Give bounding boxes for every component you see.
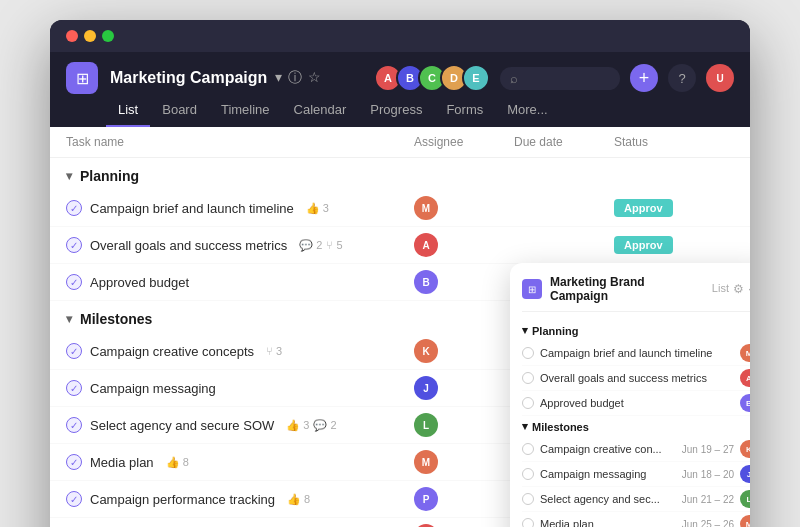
dropdown-icon[interactable]: ▾ bbox=[275, 69, 282, 87]
sp-section-planning[interactable]: ▾ Planning bbox=[522, 320, 750, 341]
section-milestones-label: Milestones bbox=[80, 311, 152, 327]
search-icon: ⌕ bbox=[510, 71, 518, 86]
task-name-cell: ✓ Campaign brief and launch timeline 👍 3 bbox=[66, 200, 414, 216]
sp-task-row[interactable]: Campaign messaging Jun 18 – 20 J bbox=[522, 462, 750, 487]
side-panel-title: Marketing Brand Campaign bbox=[550, 275, 704, 303]
close-dot[interactable] bbox=[66, 30, 78, 42]
side-panel-icon: ⊞ bbox=[522, 279, 542, 299]
table-row[interactable]: ✓ Campaign brief and launch timeline 👍 3… bbox=[50, 190, 750, 227]
task-name: Select agency and secure SOW bbox=[90, 418, 274, 433]
tab-board[interactable]: Board bbox=[150, 94, 209, 127]
col-due-date: Due date bbox=[514, 135, 614, 149]
sp-avatar: J bbox=[740, 465, 750, 483]
chevron-sp-milestones: ▾ bbox=[522, 420, 528, 433]
maximize-dot[interactable] bbox=[102, 30, 114, 42]
col-assignee: Assignee bbox=[414, 135, 514, 149]
project-name: Marketing Campaign bbox=[110, 69, 267, 87]
more-icon[interactable]: ··· bbox=[748, 282, 750, 296]
sp-date: Jun 18 – 20 bbox=[682, 469, 734, 480]
check-icon[interactable]: ✓ bbox=[66, 454, 82, 470]
assignee-avatar: K bbox=[414, 339, 438, 363]
sp-task-row[interactable]: Media plan Jun 25 – 26 M bbox=[522, 512, 750, 527]
chevron-planning: ▾ bbox=[66, 169, 72, 183]
table-row[interactable]: ✓ Overall goals and success metrics 💬 2 … bbox=[50, 227, 750, 264]
chevron-milestones: ▾ bbox=[66, 312, 72, 326]
sp-date: Jun 25 – 26 bbox=[682, 519, 734, 528]
assignee-avatar: M bbox=[414, 450, 438, 474]
task-name-cell: ✓ Media plan 👍 8 bbox=[66, 454, 414, 470]
sp-task-row[interactable]: Campaign creative con... Jun 19 – 27 K bbox=[522, 437, 750, 462]
sp-check bbox=[522, 347, 534, 359]
sp-milestones-label: Milestones bbox=[532, 421, 589, 433]
app-header: ⊞ Marketing Campaign ▾ ⓘ ☆ A B C D E ⌕ +… bbox=[50, 52, 750, 94]
col-task-name: Task name bbox=[66, 135, 414, 149]
sp-section-milestones[interactable]: ▾ Milestones bbox=[522, 416, 750, 437]
sp-task-row[interactable]: Approved budget B bbox=[522, 391, 750, 416]
check-icon[interactable]: ✓ bbox=[66, 274, 82, 290]
assignee-avatar: B bbox=[414, 270, 438, 294]
tab-timeline[interactable]: Timeline bbox=[209, 94, 282, 127]
header-title-area: Marketing Campaign ▾ ⓘ ☆ bbox=[110, 69, 362, 87]
assignee-avatar: A bbox=[414, 233, 438, 257]
assignee-cell: L bbox=[414, 413, 514, 437]
user-avatar[interactable]: U bbox=[706, 64, 734, 92]
like-count: 👍 8 bbox=[287, 493, 310, 506]
assignee-avatar: M bbox=[414, 196, 438, 220]
comment-count: 💬 2 bbox=[299, 239, 322, 252]
check-icon[interactable]: ✓ bbox=[66, 491, 82, 507]
sp-task-name: Media plan bbox=[540, 518, 676, 527]
chevron-sp-planning: ▾ bbox=[522, 324, 528, 337]
sp-check bbox=[522, 493, 534, 505]
assignee-cell: M bbox=[414, 196, 514, 220]
task-name-cell: ✓ Campaign performance tracking 👍 8 bbox=[66, 491, 414, 507]
minimize-dot[interactable] bbox=[84, 30, 96, 42]
sp-planning-label: Planning bbox=[532, 325, 578, 337]
tab-calendar[interactable]: Calendar bbox=[282, 94, 359, 127]
task-meta: 👍 3 bbox=[306, 202, 329, 215]
sp-task-name: Overall goals and success metrics bbox=[540, 372, 734, 384]
add-button[interactable]: + bbox=[630, 64, 658, 92]
sp-task-name: Campaign messaging bbox=[540, 468, 676, 480]
assignee-avatar: P bbox=[414, 487, 438, 511]
sp-task-row[interactable]: Overall goals and success metrics A bbox=[522, 366, 750, 391]
comment-count: 💬 2 bbox=[313, 419, 336, 432]
sp-avatar: L bbox=[740, 490, 750, 508]
task-name: Campaign messaging bbox=[90, 381, 216, 396]
settings-icon[interactable]: ⚙ bbox=[733, 282, 744, 296]
tab-forms[interactable]: Forms bbox=[434, 94, 495, 127]
check-icon[interactable]: ✓ bbox=[66, 237, 82, 253]
sp-task-row[interactable]: Select agency and sec... Jun 21 – 22 L bbox=[522, 487, 750, 512]
check-icon[interactable]: ✓ bbox=[66, 380, 82, 396]
assignee-cell: P bbox=[414, 487, 514, 511]
assignee-cell: J bbox=[414, 376, 514, 400]
sp-task-name: Select agency and sec... bbox=[540, 493, 676, 505]
sp-avatar: M bbox=[740, 344, 750, 362]
help-button[interactable]: ? bbox=[668, 64, 696, 92]
check-icon[interactable]: ✓ bbox=[66, 343, 82, 359]
col-status: Status bbox=[614, 135, 734, 149]
task-meta: 👍 8 bbox=[166, 456, 189, 469]
subtask-count: ⑂ 3 bbox=[266, 345, 282, 357]
check-icon[interactable]: ✓ bbox=[66, 200, 82, 216]
sp-task-row[interactable]: Campaign brief and launch timeline M bbox=[522, 341, 750, 366]
list-icon[interactable]: List bbox=[712, 282, 729, 296]
task-name: Overall goals and success metrics bbox=[90, 238, 287, 253]
star-icon[interactable]: ☆ bbox=[308, 69, 321, 87]
tab-list[interactable]: List bbox=[106, 94, 150, 127]
header-icons: ▾ ⓘ ☆ bbox=[275, 69, 321, 87]
search-box[interactable]: ⌕ bbox=[500, 67, 620, 90]
section-planning[interactable]: ▾ Planning bbox=[50, 158, 750, 190]
check-icon[interactable]: ✓ bbox=[66, 417, 82, 433]
tab-more[interactable]: More... bbox=[495, 94, 559, 127]
tab-progress[interactable]: Progress bbox=[358, 94, 434, 127]
assignee-cell: A bbox=[414, 233, 514, 257]
sp-avatar: A bbox=[740, 369, 750, 387]
sp-check bbox=[522, 397, 534, 409]
table-header: Task name Assignee Due date Status bbox=[50, 127, 750, 158]
task-meta: 👍 3 💬 2 bbox=[286, 419, 336, 432]
assignee-avatar: L bbox=[414, 413, 438, 437]
task-name-cell: ✓ Approved budget bbox=[66, 274, 414, 290]
task-name-cell: ✓ Campaign messaging bbox=[66, 380, 414, 396]
section-planning-label: Planning bbox=[80, 168, 139, 184]
assignee-cell: B bbox=[414, 270, 514, 294]
